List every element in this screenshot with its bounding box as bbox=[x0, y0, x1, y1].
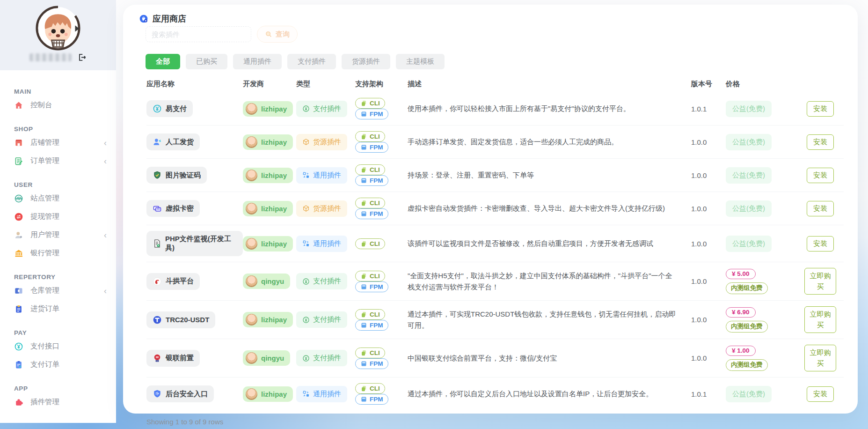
app-name-badge: 虚拟卡密 bbox=[146, 200, 200, 217]
install-button[interactable]: 安装 bbox=[807, 236, 834, 251]
developer-avatar bbox=[246, 352, 257, 364]
sidebar-item-warehouse-manage[interactable]: 仓库管理‹ bbox=[0, 281, 116, 300]
description: "全面支持H5支付"，取法斗拱之妙，建立中国支付体系的基础构件，"斗拱平台"一个… bbox=[408, 270, 691, 292]
sidebar-item-order-manage[interactable]: 订单管理‹ bbox=[0, 152, 116, 170]
arch-label: CLI bbox=[370, 349, 380, 356]
appstore-panel: 应用商店 查询 全部已购买通用插件支付插件货源插件主题模板 应用名称开发商类型支… bbox=[123, 5, 858, 414]
developer-badge: lizhipay bbox=[243, 168, 293, 183]
type-badge: 支付插件 bbox=[296, 101, 347, 117]
sidebar-item-purchase-order[interactable]: 进货订单 bbox=[0, 300, 116, 318]
price-cell: ¥ 5.00内测组免费 bbox=[726, 269, 797, 294]
table-row: TRC20-USDTlizhipay支付插件CLIFPM通过本插件，可实现TRC… bbox=[146, 300, 844, 339]
plugin-table: 应用名称开发商类型支持架构描述版本号价格 易支付lizhipay支付插件CLIF… bbox=[139, 71, 844, 410]
price-amount-badge: ¥ 6.90 bbox=[726, 307, 756, 318]
price-cell: ¥ 1.00内测组免费 bbox=[726, 346, 797, 371]
version: 1.0.0 bbox=[691, 205, 726, 213]
type-pay bbox=[302, 316, 310, 324]
version: 1.0.1 bbox=[691, 390, 726, 398]
sidebar-item-shop-manage[interactable]: 店铺管理‹ bbox=[0, 133, 116, 152]
price-free-badge: 公益(免费) bbox=[726, 200, 772, 217]
description: 持场景：登录、注册、重置密码、下单等 bbox=[408, 170, 691, 180]
install-button[interactable]: 安装 bbox=[807, 168, 834, 183]
sidebar-item-console[interactable]: 控制台 bbox=[0, 96, 116, 114]
store-icon bbox=[14, 138, 23, 148]
sidebar-item-withdraw-manage[interactable]: 提现管理 bbox=[0, 207, 116, 226]
table-header-row: 应用名称开发商类型支持架构描述版本号价格 bbox=[146, 71, 844, 92]
app-name-label: 后台安全入口 bbox=[166, 390, 208, 399]
developer-avatar bbox=[246, 314, 257, 325]
sidebar-item-label: 银行管理 bbox=[30, 248, 59, 258]
arch-label: CLI bbox=[370, 311, 380, 318]
arch-label: FPM bbox=[370, 396, 383, 403]
developer-cell: lizhipay bbox=[243, 312, 296, 327]
developer-cell: qingyu bbox=[243, 350, 296, 366]
developer-name: lizhipay bbox=[261, 171, 287, 179]
query-button[interactable]: 查询 bbox=[257, 26, 298, 43]
arch-cli bbox=[360, 200, 367, 207]
sidebar-item-plugin-manage[interactable]: 插件管理 bbox=[0, 393, 116, 411]
install-button[interactable]: 安装 bbox=[807, 386, 834, 402]
table-row: 易支付lizhipay支付插件CLIFPM使用本插件，你可以轻松接入市面上所有基… bbox=[146, 92, 844, 125]
install-button[interactable]: 安装 bbox=[807, 134, 834, 150]
site-icon bbox=[14, 194, 23, 203]
description: 使用本插件，你可以轻松接入市面上所有基于"易支付"协议的支付平台。 bbox=[408, 103, 691, 114]
chevron-left-icon: ‹ bbox=[104, 139, 107, 147]
logout-icon[interactable] bbox=[78, 53, 87, 62]
sidebar-item-pay-order[interactable]: 支付订单 bbox=[0, 355, 116, 374]
username-blurred bbox=[29, 53, 72, 61]
column-header: 价格 bbox=[726, 80, 797, 89]
install-button[interactable]: 安装 bbox=[807, 201, 834, 216]
arch-cli bbox=[360, 311, 367, 318]
action-cell: 安装 bbox=[797, 168, 844, 183]
app-name-label: 虚拟卡密 bbox=[166, 204, 194, 213]
user-icon bbox=[14, 230, 23, 240]
arch-cli bbox=[360, 240, 367, 247]
buy-now-button[interactable]: 立即购买 bbox=[804, 306, 836, 333]
user-avatar[interactable] bbox=[36, 6, 80, 51]
tab-general[interactable]: 通用插件 bbox=[233, 54, 282, 69]
arch-pill-cli: CLI bbox=[355, 98, 385, 109]
pagination-summary: Showing 1 to 9 of 9 rows bbox=[139, 410, 844, 426]
arch-pill-cli: CLI bbox=[355, 383, 385, 394]
arch-label: FPM bbox=[370, 111, 383, 118]
column-header: 类型 bbox=[296, 80, 355, 89]
developer-badge: lizhipay bbox=[243, 101, 293, 117]
sidebar-section-label: SHOP bbox=[0, 126, 116, 133]
filter-tabs: 全部已购买通用插件支付插件货源插件主题模板 bbox=[146, 54, 844, 69]
sidebar-section: SHOP店铺管理‹订单管理‹ bbox=[0, 126, 116, 170]
table-row: 银联前置qingyu支付插件CLIFPM中国银联支付综合前置平台，支持：微信/支… bbox=[146, 339, 844, 377]
tab-purchased[interactable]: 已购买 bbox=[186, 54, 227, 69]
tab-theme[interactable]: 主题模板 bbox=[396, 54, 445, 69]
sidebar-item-label: 进货订单 bbox=[30, 304, 59, 314]
arch-cell: CLIFPM bbox=[355, 164, 408, 186]
developer-name: lizhipay bbox=[261, 316, 287, 324]
developer-cell: lizhipay bbox=[243, 201, 296, 216]
sidebar-item-bank-manage[interactable]: 银行管理 bbox=[0, 244, 116, 262]
developer-badge: qingyu bbox=[243, 274, 290, 289]
arch-cell: CLIFPM bbox=[355, 198, 408, 219]
action-cell: 安装 bbox=[797, 386, 844, 402]
sidebar-item-site-manage[interactable]: 站点管理 bbox=[0, 189, 116, 207]
column-header: 开发商 bbox=[243, 80, 296, 89]
version: 1.0.0 bbox=[691, 171, 726, 179]
developer-name: lizhipay bbox=[261, 205, 287, 213]
app-name-cell: 图片验证码 bbox=[146, 167, 243, 184]
search-input[interactable] bbox=[146, 26, 251, 42]
app-name-cell: 人工发货 bbox=[146, 133, 243, 150]
withdraw-icon bbox=[14, 212, 23, 222]
tab-source[interactable]: 货源插件 bbox=[342, 54, 390, 69]
sidebar-item-pay-api[interactable]: 支付接口 bbox=[0, 337, 116, 355]
buy-now-button[interactable]: 立即购买 bbox=[804, 268, 836, 295]
app-name-label: TRC20-USDT bbox=[166, 316, 209, 324]
install-button[interactable]: 安装 bbox=[807, 101, 834, 117]
developer-name: lizhipay bbox=[261, 105, 287, 113]
arch-label: FPM bbox=[370, 177, 383, 184]
tab-pay[interactable]: 支付插件 bbox=[287, 54, 336, 69]
buy-now-button[interactable]: 立即购买 bbox=[804, 345, 836, 371]
sidebar-section: MAIN控制台 bbox=[0, 88, 116, 114]
arch-cli bbox=[360, 273, 367, 280]
tab-all[interactable]: 全部 bbox=[146, 54, 180, 69]
sidebar-item-user-manage[interactable]: 用户管理‹ bbox=[0, 226, 116, 244]
price-paid-group: ¥ 6.90内测组免费 bbox=[726, 307, 797, 333]
page-title: 应用商店 bbox=[153, 13, 186, 24]
